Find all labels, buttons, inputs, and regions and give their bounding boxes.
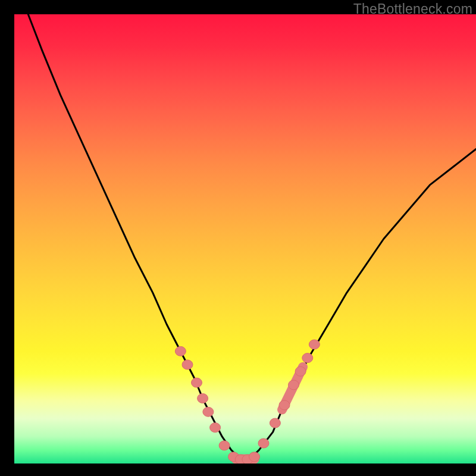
data-marker	[175, 346, 186, 356]
data-marker	[182, 360, 193, 369]
bottleneck-curve-path	[28, 14, 476, 459]
left-border	[0, 0, 14, 476]
data-marker	[289, 380, 299, 390]
data-marker	[249, 452, 260, 462]
data-marker	[258, 439, 269, 448]
data-marker	[279, 400, 290, 410]
data-marker	[295, 367, 306, 376]
data-marker	[270, 418, 280, 428]
data-marker	[309, 340, 320, 349]
data-marker	[219, 441, 230, 450]
data-marker	[198, 394, 208, 403]
data-marker	[203, 407, 214, 416]
bottleneck-curve-svg	[14, 14, 476, 464]
data-marker	[192, 378, 202, 387]
data-marker	[210, 423, 221, 433]
bottom-border	[0, 464, 476, 476]
data-marker	[302, 353, 313, 363]
chart-frame: TheBottleneck.com	[14, 0, 476, 464]
